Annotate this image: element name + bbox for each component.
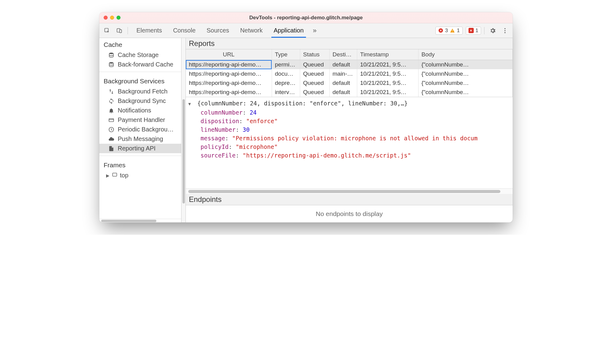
svg-rect-13 (109, 119, 114, 122)
tab-application[interactable]: Application (268, 23, 309, 38)
sidebar-item-notifications[interactable]: Notifications (99, 106, 181, 115)
json-key: disposition (201, 118, 246, 124)
json-value: "enforce" (246, 118, 278, 124)
sidebar-vscrollbar[interactable] (182, 38, 186, 222)
settings-icon[interactable] (488, 25, 498, 36)
reports-column-header[interactable]: Timestamp (357, 49, 418, 60)
cell-url: https://reporting-api-demo… (186, 60, 272, 70)
cell-status: Queued (300, 69, 329, 78)
sidebar-item-label: Periodic Background Sync (118, 126, 177, 133)
sidebar-item-label: Cache Storage (118, 51, 159, 59)
device-toggle-icon[interactable] (114, 25, 124, 36)
sidebar-item-label: Back-forward Cache (118, 61, 173, 68)
cell-body: {"columnNumbe… (418, 78, 513, 88)
panel-tabs: ElementsConsoleSourcesNetworkApplication (131, 23, 309, 38)
reports-column-header[interactable]: Type (272, 49, 300, 60)
application-sidebar: CacheCache StorageBack-forward CacheBack… (99, 38, 182, 222)
table-row[interactable]: https://reporting-api-demo…permi…Queuedd… (186, 60, 513, 70)
json-key: columnNumber (201, 109, 250, 116)
cell-dest: default (329, 88, 357, 97)
cell-url: https://reporting-api-demo… (186, 78, 272, 88)
json-value: "Permissions policy violation: microphon… (232, 135, 478, 142)
cell-type: depre… (272, 78, 300, 88)
sidebar-item-payment-handler[interactable]: Payment Handler (99, 115, 181, 125)
console-status-badge[interactable]: 3 1 (435, 27, 463, 35)
sidebar-item-back-forward-cache[interactable]: Back-forward Cache (99, 60, 181, 69)
svg-rect-7 (452, 32, 453, 32)
sidebar-item-reporting-api[interactable]: Reporting API (99, 144, 181, 153)
json-field-columnNumber: columnNumber24 (188, 108, 510, 117)
table-row[interactable]: https://reporting-api-demo…interv…Queued… (186, 88, 513, 97)
reports-column-header[interactable]: Desti… (329, 49, 357, 60)
json-key: lineNumber (201, 126, 243, 133)
reports-column-header[interactable]: Body (418, 49, 513, 60)
svg-point-9 (504, 30, 506, 31)
detail-hscrollbar[interactable] (186, 188, 513, 194)
bell-icon (108, 107, 115, 114)
sidebar-item-label: Reporting API (118, 145, 155, 152)
db-icon (108, 61, 115, 68)
json-key: sourceFile (201, 152, 243, 159)
cell-ts: 10/21/2021, 9:5… (357, 88, 418, 97)
frames-top-item[interactable]: ▶ top (99, 171, 181, 180)
svg-point-8 (504, 28, 506, 29)
devtools-tabstrip: ElementsConsoleSourcesNetworkApplication… (99, 23, 513, 38)
frame-icon (112, 172, 117, 179)
frames-section-title: Frames (99, 158, 181, 171)
titlebar: DevTools - reporting-api-demo.glitch.me/… (99, 12, 513, 23)
tab-sources[interactable]: Sources (201, 23, 235, 38)
devtools-body: CacheCache StorageBack-forward CacheBack… (99, 38, 513, 222)
sidebar-item-background-fetch[interactable]: Background Fetch (99, 87, 181, 96)
cell-dest: default (329, 78, 357, 88)
updown-icon (108, 88, 115, 95)
cell-status: Queued (300, 88, 329, 97)
sidebar-divider (99, 72, 181, 72)
cell-status: Queued (300, 78, 329, 88)
sidebar-item-push-messaging[interactable]: Push Messaging (99, 134, 181, 144)
cell-type: interv… (272, 88, 300, 97)
report-body-viewer: ▼ {columnNumber: 24, disposition: "enfor… (186, 97, 513, 188)
cell-url: https://reporting-api-demo… (186, 88, 272, 97)
svg-point-10 (504, 32, 506, 33)
table-row[interactable]: https://reporting-api-demo…depre…Queuedd… (186, 78, 513, 88)
endpoints-empty-text: No endpoints to display (186, 205, 513, 222)
disclosure-triangle-icon[interactable]: ▶ (106, 173, 109, 178)
card-icon (108, 117, 115, 123)
json-field-sourceFile: sourceFile"https://reporting-api-demo.gl… (188, 151, 510, 160)
tab-elements[interactable]: Elements (131, 23, 167, 38)
json-value: 24 (250, 109, 257, 116)
cell-dest: main-… (329, 69, 357, 78)
sync-icon (108, 98, 115, 104)
cell-ts: 10/21/2021, 9:5… (357, 69, 418, 78)
reports-header: Reports (186, 38, 513, 49)
application-main: Reports URLTypeStatusDesti…TimestampBody… (186, 38, 513, 222)
json-value: 30 (243, 126, 250, 133)
cell-body: {"columnNumbe… (418, 60, 513, 70)
tab-console[interactable]: Console (167, 23, 201, 38)
devtools-window: DevTools - reporting-api-demo.glitch.me/… (99, 12, 513, 222)
reports-column-header[interactable]: URL (186, 49, 272, 60)
more-tabs-icon[interactable]: » (311, 27, 318, 35)
issues-badge[interactable]: × 1 (466, 27, 481, 35)
window-title: DevTools - reporting-api-demo.glitch.me/… (99, 15, 513, 21)
cell-ts: 10/21/2021, 9:5… (357, 60, 418, 70)
error-count: 3 (445, 28, 448, 34)
clock-icon (108, 126, 115, 133)
json-field-lineNumber: lineNumber30 (188, 125, 510, 134)
reports-column-header[interactable]: Status (300, 49, 329, 60)
warning-icon (450, 28, 455, 33)
cell-ts: 10/21/2021, 9:5… (357, 78, 418, 88)
toolbar-divider (484, 27, 484, 34)
sidebar-item-periodic-background-sync[interactable]: Periodic Background Sync (99, 125, 181, 134)
table-row[interactable]: https://reporting-api-demo…docu…Queuedma… (186, 69, 513, 78)
disclosure-triangle-icon[interactable]: ▼ (188, 100, 194, 108)
cloud-icon (108, 136, 115, 142)
svg-rect-16 (113, 173, 117, 176)
db-icon (108, 52, 115, 59)
more-menu-icon[interactable] (500, 25, 510, 36)
sidebar-item-cache-storage[interactable]: Cache Storage (99, 50, 181, 60)
inspect-element-icon[interactable] (102, 25, 112, 36)
sidebar-item-background-sync[interactable]: Background Sync (99, 96, 181, 106)
sidebar-hscrollbar[interactable] (99, 219, 181, 222)
tab-network[interactable]: Network (235, 23, 268, 38)
